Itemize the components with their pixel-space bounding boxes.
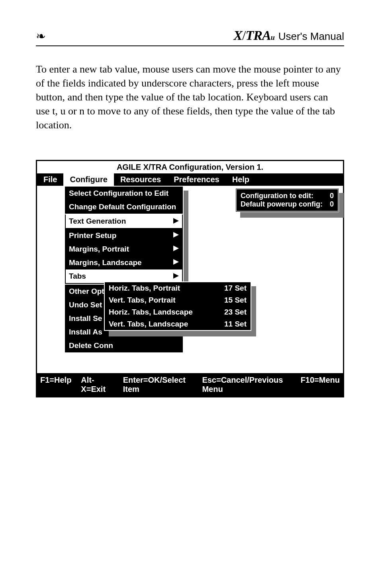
status-esc-cancel: Esc=Cancel/Previous Menu [202,376,291,394]
submenu-item-horiz-landscape[interactable]: Horiz. Tabs, Landscape 23 Set [105,306,251,318]
submenu-item-value: 23 Set [224,308,247,317]
status-altx-exit: Alt-X=Exit [81,376,113,394]
submenu-item-label: Vert. Tabs, Portrait [109,296,176,305]
menu-item-label: Change Default Configuration [69,203,176,211]
menu-item-label: Delete Conn [69,341,113,350]
tabs-submenu: Horiz. Tabs, Portrait 17 Set Vert. Tabs,… [104,281,251,331]
submenu-arrow-icon [173,217,179,226]
submenu-item-label: Horiz. Tabs, Portrait [109,284,180,293]
svg-marker-3 [173,259,179,265]
menu-help[interactable]: Help [226,173,256,186]
info-box: Configuration to edit: 0 Default powerup… [235,188,339,212]
menu-resources[interactable]: Resources [114,173,167,186]
svg-marker-0 [173,218,179,224]
menu-item-label: Margins, Landscape [69,258,142,267]
menu-item-text-generation[interactable]: Text Generation [66,214,182,228]
info-config-edit-label: Configuration to edit: [241,192,313,200]
submenu-arrow-icon [173,232,179,239]
menu-file[interactable]: File [37,173,63,186]
menu-item-select-config[interactable]: Select Configuration to Edit [65,187,183,200]
menu-item-label: Other Opt [69,287,104,296]
menu-preferences[interactable]: Preferences [167,173,226,186]
menu-item-printer-setup[interactable]: Printer Setup [65,229,183,242]
menu-item-change-default[interactable]: Change Default Configuration [65,200,183,214]
menu-item-label: Printer Setup [69,231,116,240]
submenu-item-value: 15 Set [224,296,247,305]
menu-item-tabs[interactable]: Tabs [66,269,182,283]
menu-item-delete-con[interactable]: Delete Conn [65,339,183,352]
menu-item-label: Text Generation [69,217,126,226]
submenu-item-label: Vert. Tabs, Landscape [109,320,188,328]
status-f10-menu: F10=Menu [301,376,340,394]
svg-marker-4 [173,273,179,279]
menu-item-margins-portrait[interactable]: Margins, Portrait [65,242,183,256]
submenu-item-value: 11 Set [224,320,247,328]
body-paragraph: To enter a new tab value, mouse users ca… [36,62,344,132]
menu-item-label: Install Se [69,314,102,323]
header-suffix: User's Manual [278,30,344,43]
title-bar: AGILE X/TRA Configuration, Version 1. [37,161,343,173]
menu-configure[interactable]: Configure [63,173,114,186]
info-default-powerup-value: 0 [330,200,334,208]
menu-item-label: Select Configuration to Edit [69,189,168,198]
status-enter-ok: Enter=OK/Select Item [123,376,193,394]
submenu-arrow-icon [173,246,179,253]
menu-item-label: Margins, Portrait [69,245,129,254]
workspace: Select Configuration to Edit Change Defa… [37,186,343,373]
submenu-item-vert-portrait[interactable]: Vert. Tabs, Portrait 15 Set [105,294,251,306]
app-window: AGILE X/TRA Configuration, Version 1. Fi… [36,160,344,397]
submenu-item-label: Horiz. Tabs, Landscape [109,308,193,317]
svg-marker-1 [173,232,179,238]
info-config-edit-value: 0 [330,192,334,200]
status-bar: F1=Help Alt-X=Exit Enter=OK/Select Item … [37,373,343,396]
info-default-powerup-label: Default powerup config: [241,200,323,208]
svg-marker-2 [173,246,179,251]
menu-item-label: Install As [69,328,102,336]
menu-item-margins-landscape[interactable]: Margins, Landscape [65,256,183,269]
submenu-item-horiz-portrait[interactable]: Horiz. Tabs, Portrait 17 Set [105,282,251,294]
submenu-arrow-icon [173,259,179,266]
menu-bar: File Configure Resources Preferences Hel… [37,173,343,186]
submenu-item-value: 17 Set [224,284,247,293]
header-logo-glyph: ❧ [36,29,46,43]
menu-item-label: Undo Set [69,301,102,309]
menu-item-label: Tabs [69,272,86,281]
status-f1-help: F1=Help [40,376,71,394]
product-name: X/TRAu [233,28,274,43]
submenu-arrow-icon [173,272,179,281]
submenu-item-vert-landscape[interactable]: Vert. Tabs, Landscape 11 Set [105,318,251,330]
page-header: ❧ X/TRAu User's Manual [36,28,344,46]
